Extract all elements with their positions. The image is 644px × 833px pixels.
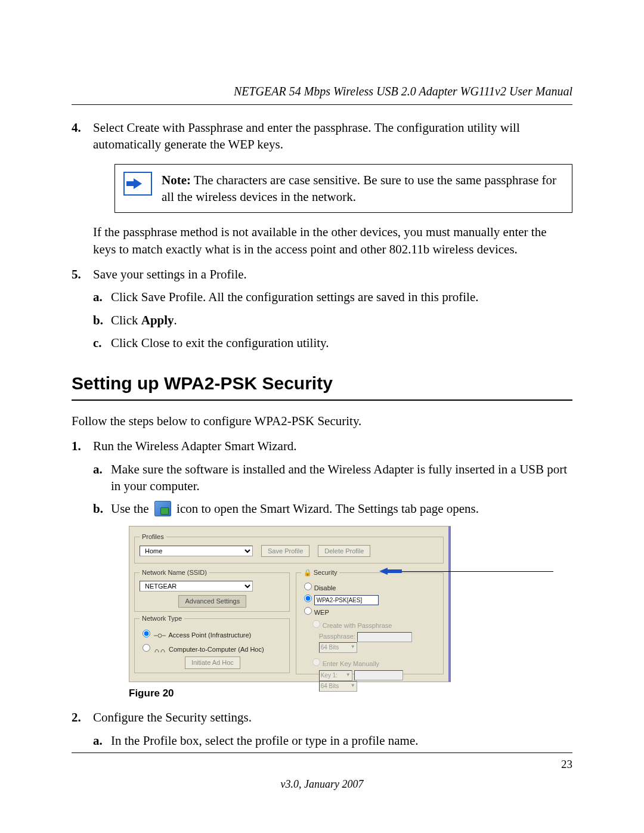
security-legend: 🔒Security [301,568,340,577]
step-5b-marker: b. [93,312,109,329]
callout-line [386,571,553,572]
wpa2-step-2: 2. Configure the Security settings. a. I… [72,709,572,749]
step-5-substeps: a. Click Save Profile. All the configura… [93,289,572,351]
svg-point-1 [158,634,162,637]
page-footer: 23 v3.0, January 2007 [72,747,572,791]
key-bits-select: 64 Bits▼ [319,681,357,692]
wpa2-radio[interactable] [304,594,312,602]
adhoc-radio[interactable] [143,644,150,652]
security-fieldset: 🔒Security Disable WPA2-PSK[AES] WEP Crea… [296,568,444,674]
lower-row: Network Name (SSID) NETGEAR Advanced Set… [134,566,444,677]
key-input [354,670,403,680]
figure-20-wrapper: Profiles Home Save Profile Delete Profil… [129,526,572,683]
step-4-text: Select Create with Passphrase and enter … [93,120,520,151]
step-5: 5. Save your settings in a Profile. a. C… [72,266,572,351]
save-profile-button[interactable]: Save Profile [261,545,309,558]
smart-wizard-icon [154,501,171,516]
step-5b: b. Click Apply. [93,312,572,329]
passphrase-input [357,632,412,642]
wep-radio[interactable] [304,607,312,615]
smart-wizard-screenshot: Profiles Home Save Profile Delete Profil… [129,526,451,683]
ap-radio[interactable] [143,630,150,637]
version-line: v3.0, January 2007 [72,777,572,791]
wpa2-step-2a-text: In the Profile box, select the profile o… [111,733,419,748]
section-rule [72,400,572,401]
ssid-fieldset: Network Name (SSID) NETGEAR Advanced Set… [134,568,290,612]
step-5c-text: Click Close to exit the configuration ut… [111,336,329,350]
step-4-after-note: If the passphrase method is not availabl… [93,224,572,258]
wpa2-step-2-text: Configure the Security settings. [93,710,252,724]
ap-label: Access Point (Infrastructure) [168,631,251,639]
create-passphrase-radio [312,620,320,628]
disable-label: Disable [314,584,336,592]
step-5a-text: Click Save Profile. All the configuratio… [111,290,478,304]
note-box: Note: The characters are case sensitive.… [114,164,572,213]
note-text: Note: The characters are case sensitive.… [162,172,561,206]
passphrase-label: Passphrase: [319,633,355,640]
step-5c: c. Click Close to exit the configuration… [93,335,572,351]
profiles-fieldset: Profiles Home Save Profile Delete Profil… [134,532,444,564]
key-select: Key 1:▼ [319,670,352,681]
header-rule [72,104,572,105]
note-arrow-icon [123,172,152,196]
wpa2-step-1b: b. Use the icon to open the Smart Wizard… [93,500,572,701]
wpa2-step-1b-marker: b. [93,500,109,517]
wep-label: WEP [314,609,329,616]
ap-icon [153,631,167,640]
wpa2-step-1-marker: 1. [72,438,89,454]
step-5-marker: 5. [72,266,89,283]
ssid-select[interactable]: NETGEAR [140,581,253,592]
wpa2-step-1a-text: Make sure the software is installed and … [111,462,567,493]
step-5b-suffix: . [174,313,177,327]
enter-key-radio [312,658,320,666]
step-5b-prefix: Click [111,313,141,327]
step-5-text: Save your settings in a Profile. [93,267,247,281]
wpa2-step-1b-prefix: Use the [111,501,152,516]
callout-arrow-icon [379,568,388,575]
manual-page: NETGEAR 54 Mbps Wireless USB 2.0 Adapter… [0,0,644,833]
key-select-value: Key 1: [321,671,338,680]
step-5a: a. Click Save Profile. All the configura… [93,289,572,305]
wpa2-step-1-text: Run the Wireless Adapter Smart Wizard. [93,439,297,453]
page-number: 23 [72,757,572,772]
chevron-down-icon: ▼ [351,683,355,689]
note-body: The characters are case sensitive. Be su… [162,173,556,204]
wpa2-steps: 1. Run the Wireless Adapter Smart Wizard… [72,438,572,749]
profiles-legend: Profiles [140,532,166,541]
network-type-fieldset: Network Type Access Point (Infrastructur… [134,614,290,673]
section-heading: Setting up WPA2-PSK Security [72,371,572,396]
chevron-down-icon: ▼ [346,672,351,679]
network-type-legend: Network Type [140,614,184,623]
delete-profile-button[interactable]: Delete Profile [318,545,370,558]
step-5c-marker: c. [93,335,109,351]
passphrase-bits-value: 64 Bits [321,643,339,652]
wpa2-step-1b-suffix: icon to open the Smart Wizard. The Setti… [177,501,479,516]
wpa2-step-1-substeps: a. Make sure the software is installed a… [93,461,572,701]
passphrase-bits-select: 64 Bits▼ [319,642,357,653]
wpa2-step-1a: a. Make sure the software is installed a… [93,461,572,495]
step-5a-marker: a. [93,289,109,305]
advanced-settings-button[interactable]: Advanced Settings [178,595,246,608]
wpa2-step-1: 1. Run the Wireless Adapter Smart Wizard… [72,438,572,701]
chevron-down-icon: ▼ [351,644,355,651]
adhoc-icon [153,646,167,654]
wpa2-field[interactable]: WPA2-PSK[AES] [314,595,379,605]
note-label: Note: [162,173,191,187]
steps-list-continued: 4. Select Create with Passphrase and ent… [72,119,572,351]
step-4-marker: 4. [72,119,89,136]
wpa2-step-2-marker: 2. [72,709,89,726]
create-passphrase-label: Create with Passphrase [323,622,392,629]
initiate-adhoc-button[interactable]: Initiate Ad Hoc [185,657,240,669]
key-bits-value: 64 Bits [321,682,339,690]
enter-key-label: Enter Key Manually [323,660,379,667]
section-intro: Follow the steps below to configure WPA2… [72,413,572,429]
footer-rule [72,753,572,753]
step-5b-apply: Apply [141,313,174,327]
lock-icon: 🔒 [304,569,312,576]
wpa2-step-1a-marker: a. [93,461,109,478]
security-legend-text: Security [314,569,338,576]
adhoc-label: Computer-to-Computer (Ad Hoc) [169,646,264,653]
ssid-legend: Network Name (SSID) [140,568,209,577]
disable-radio[interactable] [304,583,312,590]
profile-select[interactable]: Home [140,546,253,556]
